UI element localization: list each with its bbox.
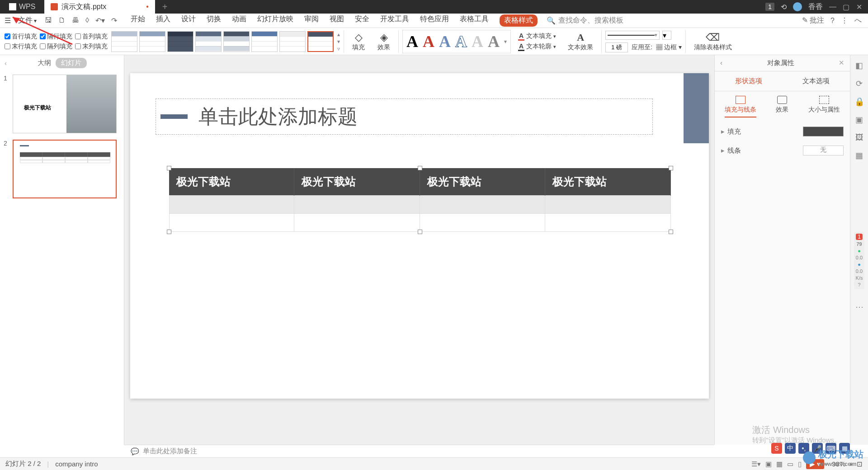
title-text[interactable]: 单击此处添加标题: [198, 103, 358, 130]
menu-insert[interactable]: 插入: [156, 14, 170, 27]
line-none-select[interactable]: 无: [803, 146, 844, 155]
table-style-gallery[interactable]: ▴▾▿: [111, 31, 340, 52]
collapse-ribbon-icon[interactable]: へ: [854, 16, 862, 25]
view-reading-icon[interactable]: ▭: [787, 460, 793, 468]
prop-fill-row[interactable]: ▸填充: [715, 122, 850, 141]
wordart-gallery[interactable]: A A A A A A ▾: [402, 30, 511, 53]
title-placeholder[interactable]: 单击此处添加标题: [156, 99, 653, 135]
props-close-icon[interactable]: ✕: [839, 59, 844, 67]
notes-bar[interactable]: 💬 单击此处添加备注: [124, 445, 714, 457]
windows-activate-watermark: 激活 Windows 转到"设置"以激活 Windows。: [752, 424, 841, 445]
border-button[interactable]: ▦ 边框 ▾: [656, 43, 682, 52]
table-cell[interactable]: [169, 196, 294, 214]
undo-icon[interactable]: ↶▾: [95, 16, 105, 25]
table-header-cell[interactable]: 极光下载站: [420, 168, 545, 196]
props-tab-shape[interactable]: 形状选项: [731, 75, 766, 87]
props-collapse-icon[interactable]: ‹: [720, 59, 722, 67]
strip-grid-icon[interactable]: ▦: [855, 150, 863, 160]
notification-badge[interactable]: 1: [765, 3, 774, 11]
slide-thumb-1[interactable]: 极光下载站: [13, 75, 117, 133]
props-sub-size[interactable]: 大小与属性: [808, 96, 840, 118]
prop-line-row[interactable]: ▸线条 无: [715, 141, 850, 160]
command-search[interactable]: 🔍 查找命令、搜索模板: [547, 16, 623, 25]
minimize-button[interactable]: —: [829, 3, 836, 11]
statusbar: 幻灯片 2 / 2 | company intro ☰▾ ▣ ▦ ▭ ▯ ▶ ▾…: [0, 457, 868, 470]
text-fill-button[interactable]: A文本填充▾: [518, 32, 556, 41]
site-watermark: 极光下载站 www.xz7.com: [803, 448, 863, 467]
annotate-button[interactable]: ✎ 批注: [802, 16, 824, 25]
user-avatar-icon[interactable]: [793, 2, 802, 11]
chk-first-row[interactable]: 首行填充: [5, 33, 37, 41]
chk-banded-row[interactable]: 隔行填充: [40, 33, 72, 41]
presentation-icon: [51, 3, 58, 10]
wps-home-tab[interactable]: WPS: [0, 0, 44, 14]
view-normal-icon[interactable]: ▣: [765, 460, 772, 468]
props-tab-text[interactable]: 文本选项: [799, 75, 833, 87]
hamburger-icon[interactable]: ☰: [0, 16, 15, 25]
search-icon: 🔍: [547, 16, 556, 25]
close-button[interactable]: ✕: [856, 3, 863, 11]
view-sorter-icon[interactable]: ▦: [776, 460, 783, 468]
menu-table-tools[interactable]: 表格工具: [460, 14, 489, 27]
fill-color-swatch[interactable]: [803, 127, 844, 136]
menu-transition[interactable]: 切换: [207, 14, 221, 27]
chk-banded-col[interactable]: 隔列填充: [40, 42, 72, 51]
strip-image-icon[interactable]: 🖼: [855, 133, 863, 142]
strip-select-icon[interactable]: ◧: [855, 61, 863, 70]
file-menu[interactable]: 文件▾: [15, 14, 39, 27]
print-icon[interactable]: 🖶: [72, 16, 79, 25]
props-sub-fill[interactable]: 填充与线条: [725, 96, 756, 118]
slide-thumb-2[interactable]: [13, 140, 117, 198]
menu-animation[interactable]: 动画: [232, 14, 246, 27]
preview-icon[interactable]: ◊: [85, 16, 89, 25]
border-color-icon[interactable]: ▾: [662, 31, 671, 40]
help-icon[interactable]: ?: [830, 17, 835, 25]
border-style-select[interactable]: ▾: [605, 31, 660, 40]
menu-view[interactable]: 视图: [330, 14, 344, 27]
chk-last-row[interactable]: 末行填充: [5, 42, 37, 51]
strip-refresh-icon[interactable]: ⟳: [856, 79, 863, 89]
redo-icon[interactable]: ↷: [111, 16, 117, 25]
view-show-icon[interactable]: ▯: [798, 460, 802, 468]
chk-last-col[interactable]: 末列填充: [75, 42, 108, 51]
table-header-cell[interactable]: 极光下载站: [294, 168, 420, 196]
more-icon[interactable]: ⋮: [841, 16, 848, 25]
menu-special[interactable]: 特色应用: [420, 14, 449, 27]
document-tab[interactable]: 演示文稿.pptx •: [44, 0, 155, 14]
menu-slideshow[interactable]: 幻灯片放映: [257, 14, 293, 27]
slide-canvas[interactable]: 单击此处添加标题 极光下载站 极光下载站 极光下载站 极光下载站: [130, 73, 709, 399]
outline-tab[interactable]: 大纲: [38, 59, 51, 67]
menu-start[interactable]: 开始: [131, 14, 145, 27]
panel-close-icon[interactable]: ‹: [5, 59, 7, 67]
text-effect-button[interactable]: A文本效果: [563, 32, 598, 52]
new-tab-button[interactable]: +: [155, 2, 175, 12]
strip-lock-icon[interactable]: 🔒: [854, 97, 864, 107]
slide-editor[interactable]: 单击此处添加标题 极光下载站 极光下载站 极光下载站 极光下载站: [124, 55, 714, 445]
menu-table-style[interactable]: 表格样式: [500, 14, 538, 27]
notes-toggle-icon[interactable]: ☰▾: [751, 460, 761, 468]
save-icon[interactable]: 🖫: [45, 16, 52, 25]
table-header-cell[interactable]: 极光下载站: [545, 168, 671, 196]
text-outline-button[interactable]: A文本轮廓▾: [518, 42, 556, 51]
wps-label: WPS: [19, 3, 35, 11]
strip-layer-icon[interactable]: ▣: [855, 115, 863, 125]
print-preview-icon[interactable]: 🗋: [58, 16, 66, 25]
maximize-button[interactable]: ▢: [843, 3, 850, 11]
table-cell[interactable]: [169, 214, 294, 232]
table-object[interactable]: 极光下载站 极光下载站 极光下载站 极光下载站: [169, 168, 671, 232]
props-sub-effect[interactable]: 效果: [776, 96, 788, 118]
pen-weight-input[interactable]: [605, 42, 628, 52]
table-header-cell[interactable]: 极光下载站: [169, 168, 294, 196]
strip-more-icon[interactable]: ⋯: [855, 302, 863, 312]
slides-tab[interactable]: 幻灯片: [56, 58, 87, 68]
clear-style-button[interactable]: ⌫清除表格样式: [689, 32, 736, 52]
menu-devtools[interactable]: 开发工具: [380, 14, 409, 27]
sync-icon[interactable]: ⟲: [781, 3, 787, 11]
notes-placeholder[interactable]: 单击此处添加备注: [143, 447, 197, 456]
chk-first-col[interactable]: 首列填充: [75, 33, 108, 41]
menu-review[interactable]: 审阅: [304, 14, 319, 27]
menu-design[interactable]: 设计: [181, 14, 196, 27]
fill-button[interactable]: ◇填充: [348, 32, 369, 52]
menu-security[interactable]: 安全: [355, 14, 369, 27]
effect-button[interactable]: ◈效果: [373, 32, 395, 52]
